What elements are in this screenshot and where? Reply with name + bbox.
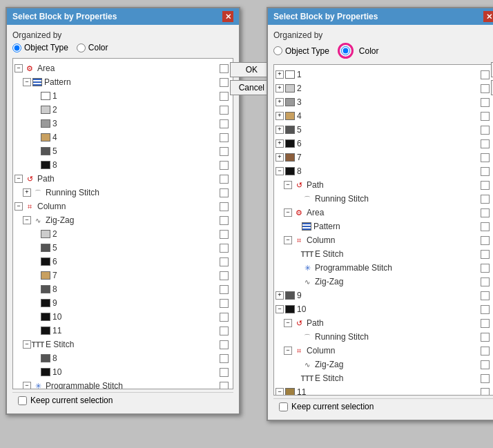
tree-item-checkbox[interactable] — [481, 126, 490, 135]
expand-button[interactable] — [276, 305, 284, 313]
tree-item-checkbox[interactable] — [481, 222, 490, 231]
expand-button[interactable] — [276, 112, 284, 120]
tree-row[interactable]: ⚙Area — [13, 61, 233, 75]
tree-row[interactable]: 9 — [13, 296, 233, 310]
expand-button[interactable] — [276, 139, 284, 148]
tree-item-checkbox[interactable] — [481, 153, 490, 162]
radio-object-type[interactable]: Object Type — [12, 43, 68, 52]
tree-item-checkbox[interactable] — [220, 133, 229, 142]
expand-button[interactable] — [284, 347, 292, 355]
tree-row[interactable]: ⌒Running Stitch — [13, 186, 233, 199]
expand-button[interactable] — [276, 126, 284, 134]
tree-item-checkbox[interactable] — [481, 319, 490, 328]
right-keep-selection-checkbox[interactable] — [279, 402, 288, 411]
tree-item-checkbox[interactable] — [481, 84, 490, 93]
expand-button[interactable] — [276, 153, 284, 162]
tree-row[interactable]: 9 — [274, 289, 493, 302]
left-dialog-close-button[interactable]: ✕ — [222, 11, 233, 22]
tree-item-checkbox[interactable] — [481, 277, 490, 286]
tree-item-checkbox[interactable] — [220, 382, 229, 390]
tree-row[interactable]: ⌒Running Stitch — [274, 192, 493, 206]
expand-button[interactable] — [284, 208, 292, 217]
tree-item-checkbox[interactable] — [220, 257, 229, 266]
tree-item-checkbox[interactable] — [481, 70, 490, 79]
expand-button[interactable] — [23, 340, 31, 349]
right-ok-button[interactable]: OK — [491, 62, 493, 77]
tree-row[interactable]: 3 — [274, 95, 493, 109]
tree-item-checkbox[interactable] — [481, 374, 490, 383]
tree-row[interactable]: ⌗Column — [13, 199, 233, 213]
tree-row[interactable]: 5 — [13, 144, 233, 158]
tree-row[interactable]: 10 — [13, 310, 233, 324]
expand-button[interactable] — [23, 216, 31, 224]
tree-row[interactable]: 4 — [274, 109, 493, 123]
tree-row[interactable]: 2 — [274, 81, 493, 95]
tree-row[interactable]: ✳Programmable Stitch — [13, 379, 233, 389]
tree-item-checkbox[interactable] — [220, 340, 229, 349]
tree-item-checkbox[interactable] — [481, 167, 490, 176]
right-dialog-close-button[interactable]: ✕ — [483, 11, 493, 22]
expand-button[interactable] — [276, 70, 284, 79]
tree-row[interactable]: 1 — [13, 89, 233, 103]
tree-item-checkbox[interactable] — [220, 271, 229, 280]
tree-item-checkbox[interactable] — [481, 139, 490, 148]
radio-color[interactable]: Color — [77, 43, 108, 52]
left-keep-selection-checkbox[interactable] — [18, 396, 27, 405]
tree-row[interactable]: ⚙Area — [274, 206, 493, 220]
tree-item-checkbox[interactable] — [481, 250, 490, 259]
tree-item-checkbox[interactable] — [220, 119, 229, 128]
tree-item-checkbox[interactable] — [220, 244, 229, 253]
expand-button[interactable] — [276, 167, 284, 175]
tree-item-checkbox[interactable] — [481, 112, 490, 121]
tree-row[interactable]: 5 — [13, 241, 233, 255]
tree-row[interactable]: 11 — [13, 324, 233, 338]
tree-item-checkbox[interactable] — [220, 230, 229, 239]
tree-row[interactable]: ↺Path — [274, 316, 493, 330]
radio-color-input[interactable] — [77, 43, 86, 52]
right-cancel-button[interactable]: Cancel — [491, 80, 493, 95]
tree-row[interactable]: Pattern — [274, 220, 493, 233]
tree-row[interactable]: ↺Path — [13, 172, 233, 186]
tree-item-checkbox[interactable] — [220, 147, 229, 156]
right-radio-color-input[interactable] — [341, 46, 350, 55]
expand-button[interactable] — [14, 202, 23, 211]
tree-row[interactable]: ⌗Column — [274, 344, 493, 358]
tree-row[interactable]: ∿Zig-Zag — [274, 358, 493, 371]
right-radio-object-type[interactable]: Object Type — [273, 46, 329, 56]
tree-item-checkbox[interactable] — [481, 195, 490, 204]
tree-item-checkbox[interactable] — [220, 327, 229, 335]
tree-row[interactable]: 5 — [274, 123, 493, 137]
tree-item-checkbox[interactable] — [481, 181, 490, 190]
tree-row[interactable]: TTTE Stitch — [274, 247, 493, 261]
tree-item-checkbox[interactable] — [481, 208, 490, 217]
tree-row[interactable]: 6 — [274, 137, 493, 150]
tree-row[interactable]: 7 — [13, 269, 233, 282]
tree-item-checkbox[interactable] — [220, 313, 229, 322]
expand-button[interactable] — [276, 291, 284, 300]
right-radio-color[interactable]: Color — [338, 43, 379, 59]
tree-row[interactable]: ✳Programmable Stitch — [274, 261, 493, 275]
tree-row[interactable]: TTTE Stitch — [13, 338, 233, 351]
radio-object-type-input[interactable] — [12, 43, 21, 52]
tree-row[interactable]: 7 — [274, 150, 493, 164]
tree-item-checkbox[interactable] — [220, 299, 229, 308]
tree-item-checkbox[interactable] — [220, 202, 229, 211]
expand-button[interactable] — [276, 98, 284, 106]
tree-row[interactable]: 2 — [13, 103, 233, 117]
tree-item-checkbox[interactable] — [481, 388, 490, 396]
tree-item-checkbox[interactable] — [220, 188, 229, 197]
tree-row[interactable]: ⌒Running Stitch — [274, 330, 493, 344]
tree-item-checkbox[interactable] — [481, 291, 490, 300]
tree-item-checkbox[interactable] — [481, 305, 490, 314]
expand-button[interactable] — [276, 388, 284, 396]
tree-row[interactable]: 6 — [13, 255, 233, 269]
right-radio-object-type-input[interactable] — [273, 46, 282, 55]
tree-item-checkbox[interactable] — [220, 175, 229, 184]
expand-button[interactable] — [284, 236, 292, 244]
tree-row[interactable]: ⌗Column — [274, 233, 493, 247]
tree-item-checkbox[interactable] — [481, 360, 490, 369]
tree-item-checkbox[interactable] — [481, 98, 490, 107]
expand-button[interactable] — [23, 382, 31, 389]
tree-row[interactable]: 8 — [13, 158, 233, 172]
tree-row[interactable]: 8 — [274, 164, 493, 178]
